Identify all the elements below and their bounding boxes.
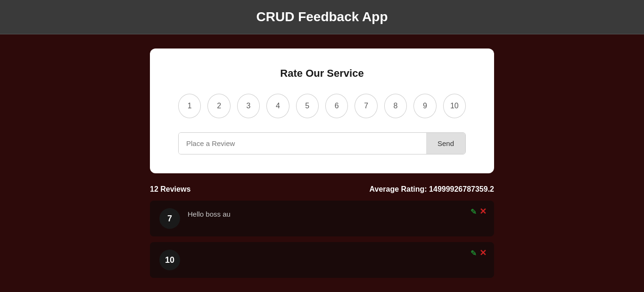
edit-icon[interactable]: ✎: [471, 207, 477, 216]
rating-btn-2[interactable]: 2: [207, 94, 230, 118]
app-header: CRUD Feedback App: [0, 0, 644, 34]
rating-btn-6[interactable]: 6: [325, 94, 348, 118]
rating-btn-7[interactable]: 7: [355, 94, 377, 118]
rating-btn-1[interactable]: 1: [178, 94, 201, 118]
app-title: CRUD Feedback App: [0, 9, 644, 24]
review-item: 10✎✕: [150, 242, 494, 278]
rating-btn-8[interactable]: 8: [384, 94, 407, 118]
review-actions: ✎✕: [471, 206, 487, 217]
review-text: Hello boss au: [188, 208, 485, 218]
review-text: [188, 250, 485, 251]
review-input-row: Send: [178, 132, 466, 154]
rating-btn-5[interactable]: 5: [296, 94, 319, 118]
review-body: Hello boss au: [188, 208, 485, 218]
edit-icon[interactable]: ✎: [471, 249, 477, 258]
reviews-header: 12 Reviews Average Rating: 1499992678735…: [150, 185, 494, 194]
rating-card: Rate Our Service 12345678910 Send: [150, 49, 494, 173]
rating-btn-3[interactable]: 3: [237, 94, 260, 118]
card-title: Rate Our Service: [178, 67, 466, 80]
delete-icon[interactable]: ✕: [479, 248, 487, 258]
reviews-section: 12 Reviews Average Rating: 1499992678735…: [150, 185, 494, 284]
review-input[interactable]: [179, 133, 426, 154]
rating-btn-4[interactable]: 4: [266, 94, 289, 118]
review-actions: ✎✕: [471, 248, 487, 258]
reviews-count: 12 Reviews: [150, 185, 190, 194]
send-button[interactable]: Send: [426, 133, 465, 154]
rating-buttons-group: 12345678910: [178, 94, 466, 118]
reviews-list: 7Hello boss au✎✕10✎✕: [150, 201, 494, 278]
rating-btn-10[interactable]: 10: [443, 94, 466, 118]
rating-badge: 10: [159, 250, 180, 270]
delete-icon[interactable]: ✕: [479, 206, 487, 217]
review-item: 7Hello boss au✎✕: [150, 201, 494, 236]
rating-btn-9[interactable]: 9: [413, 94, 436, 118]
main-content: Rate Our Service 12345678910 Send 12 Rev…: [0, 34, 644, 292]
rating-badge: 7: [159, 208, 180, 229]
average-rating: Average Rating: 14999926787359.2: [370, 185, 494, 194]
review-body: [188, 250, 485, 251]
